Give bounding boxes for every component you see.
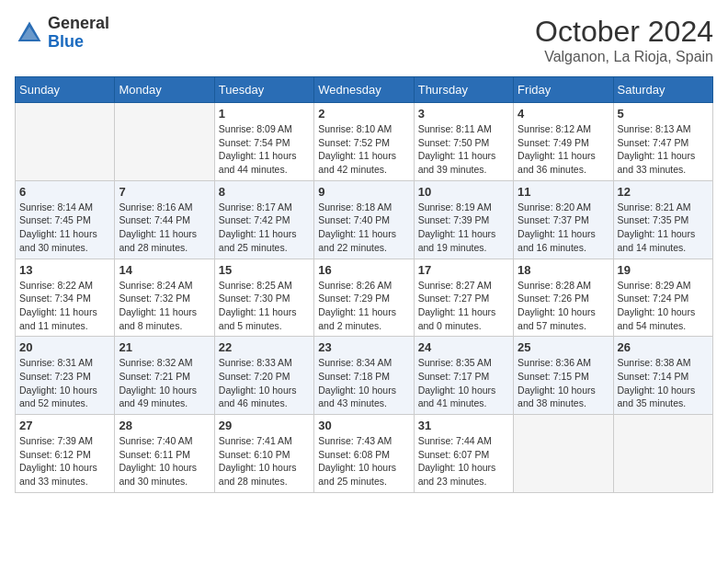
calendar-cell: 7Sunrise: 8:16 AMSunset: 7:44 PMDaylight… [115,180,214,259]
day-info: Sunrise: 8:31 AMSunset: 7:23 PMDaylight:… [19,356,110,410]
calendar-cell: 16Sunrise: 8:26 AMSunset: 7:29 PMDayligh… [314,259,414,337]
calendar-week-row: 13Sunrise: 8:22 AMSunset: 7:34 PMDayligh… [16,259,713,337]
day-number: 8 [219,185,310,199]
calendar-week-row: 20Sunrise: 8:31 AMSunset: 7:23 PMDayligh… [16,337,713,415]
calendar-cell: 22Sunrise: 8:33 AMSunset: 7:20 PMDayligh… [214,337,313,415]
day-info: Sunrise: 8:33 AMSunset: 7:20 PMDaylight:… [219,356,310,410]
day-number: 24 [418,340,509,354]
day-info: Sunrise: 8:21 AMSunset: 7:35 PMDaylight:… [618,201,709,255]
col-header-friday: Friday [514,77,613,103]
title-block: October 2024 Valganon, La Rioja, Spain [535,15,713,65]
day-number: 9 [318,185,409,199]
calendar-cell: 18Sunrise: 8:28 AMSunset: 7:26 PMDayligh… [514,259,613,337]
calendar-cell: 9Sunrise: 8:18 AMSunset: 7:40 PMDaylight… [314,180,414,259]
day-number: 31 [418,419,509,432]
day-info: Sunrise: 7:43 AMSunset: 6:08 PMDaylight:… [318,434,409,488]
calendar-week-row: 1Sunrise: 8:09 AMSunset: 7:54 PMDaylight… [16,103,713,181]
day-info: Sunrise: 7:39 AMSunset: 6:12 PMDaylight:… [19,434,110,488]
day-info: Sunrise: 7:41 AMSunset: 6:10 PMDaylight:… [219,434,310,488]
calendar-cell: 30Sunrise: 7:43 AMSunset: 6:08 PMDayligh… [314,415,414,493]
calendar-cell: 12Sunrise: 8:21 AMSunset: 7:35 PMDayligh… [613,180,712,259]
day-number: 29 [219,419,310,432]
logo-icon [15,18,44,48]
calendar-cell: 19Sunrise: 8:29 AMSunset: 7:24 PMDayligh… [613,259,712,337]
calendar-cell: 11Sunrise: 8:20 AMSunset: 7:37 PMDayligh… [514,180,613,259]
day-info: Sunrise: 8:38 AMSunset: 7:14 PMDaylight:… [618,356,709,410]
day-number: 25 [518,340,609,354]
day-info: Sunrise: 8:14 AMSunset: 7:45 PMDaylight:… [19,201,110,255]
day-info: Sunrise: 8:32 AMSunset: 7:21 PMDaylight:… [119,356,210,410]
calendar-cell: 4Sunrise: 8:12 AMSunset: 7:49 PMDaylight… [514,103,613,181]
calendar-cell: 13Sunrise: 8:22 AMSunset: 7:34 PMDayligh… [16,259,115,337]
calendar-cell [514,415,613,493]
day-number: 7 [119,185,210,199]
day-number: 13 [19,263,110,277]
calendar-cell [16,103,115,181]
day-number: 3 [418,107,509,121]
day-number: 2 [318,107,409,121]
day-number: 21 [119,340,210,354]
col-header-sunday: Sunday [16,77,115,103]
day-info: Sunrise: 8:18 AMSunset: 7:40 PMDaylight:… [318,201,409,255]
day-number: 26 [618,340,709,354]
day-number: 14 [119,263,210,277]
day-info: Sunrise: 8:36 AMSunset: 7:15 PMDaylight:… [518,356,609,410]
day-number: 11 [518,185,609,199]
col-header-tuesday: Tuesday [214,77,313,103]
day-number: 22 [219,340,310,354]
day-number: 6 [19,185,110,199]
calendar-cell: 1Sunrise: 8:09 AMSunset: 7:54 PMDaylight… [214,103,313,181]
day-number: 16 [318,263,409,277]
day-number: 18 [518,263,609,277]
calendar-cell: 14Sunrise: 8:24 AMSunset: 7:32 PMDayligh… [115,259,214,337]
calendar-cell: 26Sunrise: 8:38 AMSunset: 7:14 PMDayligh… [613,337,712,415]
calendar-cell: 21Sunrise: 8:32 AMSunset: 7:21 PMDayligh… [115,337,214,415]
calendar-cell [115,103,214,181]
calendar-cell: 27Sunrise: 7:39 AMSunset: 6:12 PMDayligh… [16,415,115,493]
col-header-wednesday: Wednesday [314,77,414,103]
day-number: 27 [19,419,110,432]
day-info: Sunrise: 8:12 AMSunset: 7:49 PMDaylight:… [518,122,609,177]
day-info: Sunrise: 8:35 AMSunset: 7:17 PMDaylight:… [418,356,509,410]
calendar-cell: 6Sunrise: 8:14 AMSunset: 7:45 PMDaylight… [16,180,115,259]
day-info: Sunrise: 8:29 AMSunset: 7:24 PMDaylight:… [618,279,709,333]
page-header: General Blue October 2024 Valganon, La R… [15,15,713,65]
calendar-cell: 31Sunrise: 7:44 AMSunset: 6:07 PMDayligh… [414,415,513,493]
day-number: 17 [418,263,509,277]
day-info: Sunrise: 8:24 AMSunset: 7:32 PMDaylight:… [119,279,210,333]
calendar-cell: 20Sunrise: 8:31 AMSunset: 7:23 PMDayligh… [16,337,115,415]
day-number: 4 [518,107,609,121]
calendar-cell: 24Sunrise: 8:35 AMSunset: 7:17 PMDayligh… [414,337,513,415]
day-info: Sunrise: 7:44 AMSunset: 6:07 PMDaylight:… [418,434,509,488]
day-info: Sunrise: 8:16 AMSunset: 7:44 PMDaylight:… [119,201,210,255]
day-info: Sunrise: 7:40 AMSunset: 6:11 PMDaylight:… [119,434,210,488]
calendar-cell: 10Sunrise: 8:19 AMSunset: 7:39 PMDayligh… [414,180,513,259]
logo: General Blue [15,15,109,52]
day-number: 1 [219,107,310,121]
day-info: Sunrise: 8:20 AMSunset: 7:37 PMDaylight:… [518,201,609,255]
day-number: 15 [219,263,310,277]
calendar-week-row: 27Sunrise: 7:39 AMSunset: 6:12 PMDayligh… [16,415,713,493]
day-info: Sunrise: 8:25 AMSunset: 7:30 PMDaylight:… [219,279,310,333]
day-info: Sunrise: 8:13 AMSunset: 7:47 PMDaylight:… [618,122,709,177]
col-header-thursday: Thursday [414,77,513,103]
calendar-cell: 29Sunrise: 7:41 AMSunset: 6:10 PMDayligh… [214,415,313,493]
day-number: 12 [618,185,709,199]
day-number: 19 [618,263,709,277]
calendar-cell: 8Sunrise: 8:17 AMSunset: 7:42 PMDaylight… [214,180,313,259]
day-number: 30 [318,419,409,432]
calendar-cell: 2Sunrise: 8:10 AMSunset: 7:52 PMDaylight… [314,103,414,181]
calendar-cell [613,415,712,493]
calendar-header-row: SundayMondayTuesdayWednesdayThursdayFrid… [16,77,713,103]
logo-text: General Blue [48,15,109,52]
calendar-week-row: 6Sunrise: 8:14 AMSunset: 7:45 PMDaylight… [16,180,713,259]
day-info: Sunrise: 8:19 AMSunset: 7:39 PMDaylight:… [418,201,509,255]
day-number: 5 [618,107,709,121]
day-info: Sunrise: 8:28 AMSunset: 7:26 PMDaylight:… [518,279,609,333]
location: Valganon, La Rioja, Spain [535,49,713,65]
calendar-cell: 25Sunrise: 8:36 AMSunset: 7:15 PMDayligh… [514,337,613,415]
col-header-monday: Monday [115,77,214,103]
calendar-table: SundayMondayTuesdayWednesdayThursdayFrid… [15,76,713,493]
calendar-cell: 5Sunrise: 8:13 AMSunset: 7:47 PMDaylight… [613,103,712,181]
day-info: Sunrise: 8:10 AMSunset: 7:52 PMDaylight:… [318,122,409,177]
